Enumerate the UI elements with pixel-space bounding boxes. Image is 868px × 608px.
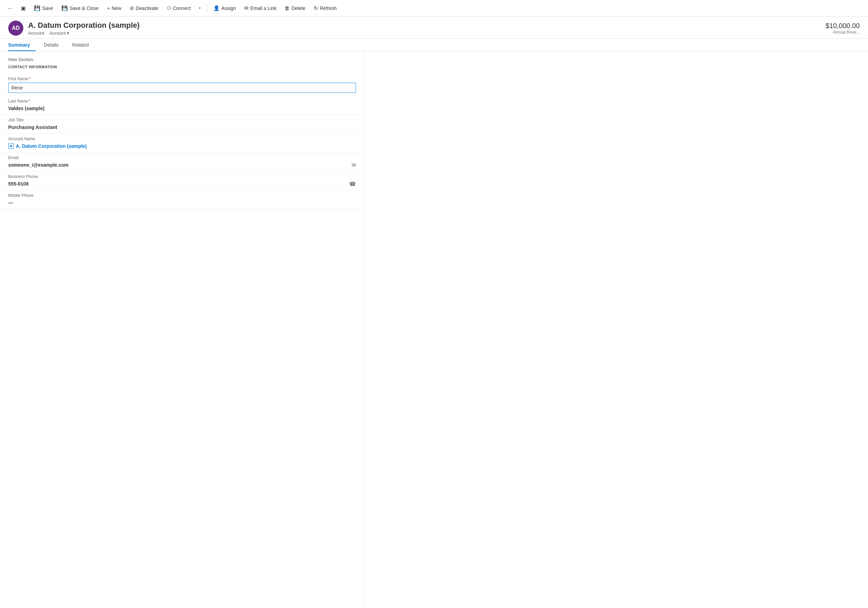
contact-info-heading: CONTACT INFORMATION: [0, 65, 364, 74]
new-button[interactable]: + New: [104, 4, 125, 12]
last-name-required: *: [29, 99, 31, 104]
account-name-link-text: A. Datum Corporation (sample): [16, 143, 87, 149]
record-header-left: AD A. Datum Corporation (sample) Account…: [8, 20, 140, 36]
record-header: AD A. Datum Corporation (sample) Account…: [0, 17, 868, 39]
assign-label: Assign: [222, 6, 236, 11]
save-label: Save: [42, 6, 53, 11]
tabs-bar: Summary Details Related: [0, 39, 868, 51]
back-button[interactable]: ←: [4, 4, 16, 12]
right-panel: [364, 51, 868, 608]
delete-label: Delete: [291, 6, 305, 11]
deactivate-button[interactable]: ⊘ Deactivate: [126, 4, 162, 13]
tab-details[interactable]: Details: [44, 39, 64, 51]
refresh-button[interactable]: ↻ Refresh: [310, 4, 340, 13]
account-name-label: Account Name: [8, 136, 356, 141]
toolbar-divider: [207, 4, 207, 12]
breadcrumb-separator: ·: [46, 31, 48, 36]
email-field-group: Email someone_i@example.com ✉: [0, 153, 364, 171]
mobile-phone-field-group: Mobile Phone ---: [0, 190, 364, 209]
job-title-field-group: Job Title Purchasing Assistant: [0, 115, 364, 134]
connect-label: Connect: [173, 6, 191, 11]
assign-icon: 👤: [213, 5, 220, 11]
save-icon: 💾: [34, 5, 40, 11]
business-phone-value: 555-0108: [8, 180, 28, 187]
email-label: Email: [8, 155, 356, 160]
first-name-field-group: First Name*: [0, 74, 364, 96]
email-action-icon[interactable]: ✉: [352, 162, 356, 168]
account-name-field-group: Account Name ⊞ A. Datum Corporation (sam…: [0, 134, 364, 153]
main-content: New Section CONTACT INFORMATION First Na…: [0, 51, 868, 608]
left-panel: New Section CONTACT INFORMATION First Na…: [0, 51, 364, 608]
connect-button[interactable]: ⚇ Connect: [163, 4, 194, 13]
new-label: New: [112, 6, 121, 11]
connect-icon: ⚇: [167, 5, 171, 11]
chevron-down-icon: ▾: [199, 6, 201, 10]
back-icon: ←: [8, 5, 13, 11]
email-value-row: someone_i@example.com ✉: [8, 161, 356, 168]
tab-summary[interactable]: Summary: [8, 39, 36, 51]
annual-revenue-amount: $10,000.00: [826, 22, 860, 30]
phone-action-icon[interactable]: ☎: [349, 181, 356, 187]
deactivate-icon: ⊘: [130, 5, 134, 11]
toolbar: ← ▣ 💾 Save 💾 Save & Close + New ⊘ Deacti…: [0, 0, 868, 17]
mobile-phone-label: Mobile Phone: [8, 193, 356, 198]
email-link-label: Email a Link: [250, 6, 276, 11]
delete-icon: 🗑: [285, 5, 290, 11]
save-button[interactable]: 💾 Save: [31, 4, 57, 13]
refresh-icon: ↻: [314, 5, 318, 11]
last-name-field-group: Last Name* Valdes (sample): [0, 96, 364, 115]
breadcrumb-item-2-label: Account: [50, 31, 66, 36]
last-name-label: Last Name*: [8, 99, 356, 104]
record-breadcrumb: Account · Account ▾: [28, 31, 140, 36]
email-link-icon: ✉: [244, 5, 249, 11]
mobile-phone-value: ---: [8, 199, 356, 206]
first-name-input[interactable]: [8, 83, 356, 93]
job-title-label: Job Title: [8, 118, 356, 123]
avatar: AD: [8, 20, 23, 36]
save-close-button[interactable]: 💾 Save & Close: [58, 4, 102, 13]
business-phone-field-group: Business Phone 555-0108 ☎: [0, 171, 364, 190]
annual-revenue-label: Annual Reve...: [826, 30, 860, 35]
email-value: someone_i@example.com: [8, 161, 68, 168]
account-name-value[interactable]: ⊞ A. Datum Corporation (sample): [8, 143, 356, 149]
business-phone-value-row: 555-0108 ☎: [8, 180, 356, 187]
assign-button[interactable]: 👤 Assign: [210, 4, 239, 13]
deactivate-label: Deactivate: [136, 6, 158, 11]
record-header-right: $10,000.00 Annual Reve...: [826, 20, 860, 35]
first-name-label: First Name*: [8, 76, 356, 81]
document-button[interactable]: ▣: [17, 4, 29, 13]
breadcrumb-item-1: Account: [28, 31, 44, 36]
business-phone-label: Business Phone: [8, 174, 356, 179]
connect-dropdown-button[interactable]: ▾: [195, 5, 204, 11]
record-title: A. Datum Corporation (sample): [28, 21, 140, 30]
email-link-button[interactable]: ✉ Email a Link: [241, 4, 280, 13]
breadcrumb-dropdown-icon: ▾: [67, 31, 69, 36]
job-title-value: Purchasing Assistant: [8, 124, 356, 131]
record-info: A. Datum Corporation (sample) Account · …: [28, 21, 140, 36]
account-link-icon: ⊞: [8, 143, 14, 149]
refresh-label: Refresh: [320, 6, 337, 11]
new-section-label: New Section: [0, 57, 364, 65]
document-icon: ▣: [21, 5, 26, 11]
first-name-required: *: [29, 76, 31, 81]
save-close-icon: 💾: [61, 5, 68, 11]
last-name-value: Valdes (sample): [8, 105, 356, 112]
save-close-label: Save & Close: [70, 6, 99, 11]
new-icon: +: [107, 5, 110, 11]
breadcrumb-item-2[interactable]: Account ▾: [50, 31, 69, 36]
delete-button[interactable]: 🗑 Delete: [281, 4, 308, 12]
tab-related[interactable]: Related: [72, 39, 94, 51]
